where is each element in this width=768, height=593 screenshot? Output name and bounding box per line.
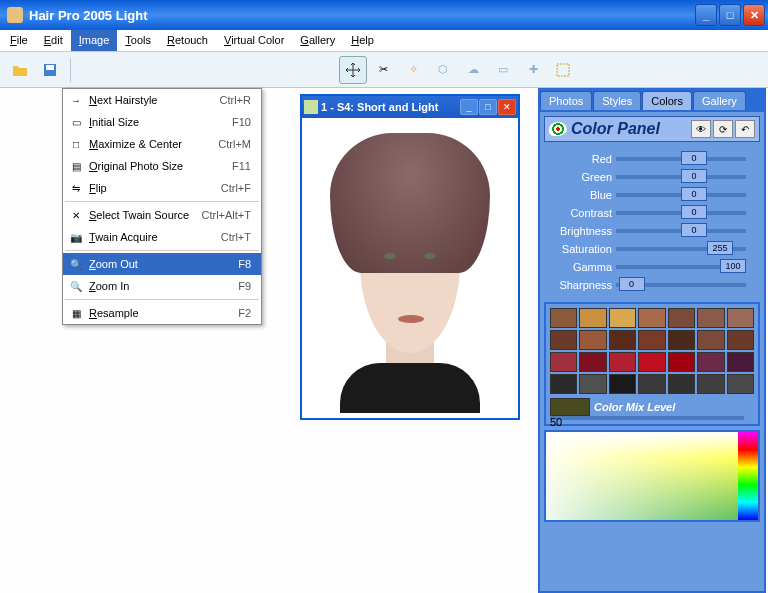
menu-tools[interactable]: Tools [117,30,159,51]
color-swatch-13[interactable] [727,330,754,350]
slider-track-blue[interactable]: 0 [616,193,746,197]
color-swatch-3[interactable] [638,308,665,328]
menu-item-shortcut: Ctrl+R [220,94,257,106]
color-swatch-4[interactable] [668,308,695,328]
slider-thumb[interactable]: 0 [619,277,645,291]
wand-tool[interactable]: ✧ [399,56,427,84]
lasso-tool[interactable]: ⬡ [429,56,457,84]
slider-thumb[interactable]: 0 [681,205,707,219]
slider-thumb[interactable]: 100 [720,259,746,273]
color-swatch-12[interactable] [697,330,724,350]
mix-level-slider[interactable]: 50 [550,416,744,420]
rect-select-tool[interactable]: ▭ [489,56,517,84]
move-tool[interactable] [339,56,367,84]
refresh-button[interactable]: ⟳ [713,120,733,138]
color-swatch-15[interactable] [579,352,606,372]
photo-window-titlebar[interactable]: 1 - S4: Short and Light _ □ ✕ [302,96,518,118]
color-swatch-22[interactable] [579,374,606,394]
color-swatch-8[interactable] [579,330,606,350]
cut-tool[interactable]: ✂ [369,56,397,84]
window-titlebar: Hair Pro 2005 Light _ □ ✕ [0,0,768,30]
color-swatch-26[interactable] [697,374,724,394]
color-swatch-24[interactable] [638,374,665,394]
slider-track-saturation[interactable]: 255 [616,247,746,251]
slider-thumb[interactable]: 255 [707,241,733,255]
menu-item-next-hairstyle[interactable]: →Next HairstyleCtrl+R [63,89,261,111]
menu-item-twain-acquire[interactable]: 📷Twain AcquireCtrl+T [63,226,261,248]
open-button[interactable] [6,56,34,84]
color-swatch-2[interactable] [609,308,636,328]
menu-item-resample[interactable]: ▦ResampleF2 [63,302,261,324]
photo-close-button[interactable]: ✕ [498,99,516,115]
mix-level-thumb[interactable]: 50 [550,416,744,428]
color-swatch-21[interactable] [550,374,577,394]
crop-tool[interactable]: ✚ [519,56,547,84]
undo-button[interactable]: ↶ [735,120,755,138]
tab-styles[interactable]: Styles [593,91,641,110]
menu-image[interactable]: Image [71,30,118,51]
color-swatch-18[interactable] [668,352,695,372]
color-swatch-0[interactable] [550,308,577,328]
color-swatch-10[interactable] [638,330,665,350]
menu-item-flip[interactable]: ⇋FlipCtrl+F [63,177,261,199]
menu-retouch[interactable]: Retouch [159,30,216,51]
gradient-picker[interactable] [544,430,760,522]
color-swatch-9[interactable] [609,330,636,350]
slider-thumb[interactable]: 0 [681,187,707,201]
color-swatch-23[interactable] [609,374,636,394]
menu-item-select-twain-source[interactable]: ✕Select Twain SourceCtrl+Alt+T [63,204,261,226]
photo-minimize-button[interactable]: _ [460,99,478,115]
tab-colors[interactable]: Colors [642,91,692,110]
menu-gallery[interactable]: Gallery [292,30,343,51]
photo-window[interactable]: 1 - S4: Short and Light _ □ ✕ [300,94,520,420]
gradient-saturation-box[interactable] [546,432,738,520]
menu-item-zoom-in[interactable]: 🔍Zoom InF9 [63,275,261,297]
swatch-grid [550,308,754,394]
menu-item-zoom-out[interactable]: 🔍Zoom OutF8 [63,253,261,275]
color-swatch-6[interactable] [727,308,754,328]
color-swatch-25[interactable] [668,374,695,394]
menu-file[interactable]: File [2,30,36,51]
menu-item-maximize-center[interactable]: □Maximize & CenterCtrl+M [63,133,261,155]
palette-icon [549,122,567,136]
slider-track-gamma[interactable]: 100 [616,265,746,269]
color-swatch-1[interactable] [579,308,606,328]
selected-color-preview[interactable] [550,398,590,416]
slider-thumb[interactable]: 0 [681,223,707,237]
tab-photos[interactable]: Photos [540,91,592,110]
menu-virtual-color[interactable]: Virtual Color [216,30,292,51]
slider-track-green[interactable]: 0 [616,175,746,179]
tab-gallery[interactable]: Gallery [693,91,746,110]
color-swatch-27[interactable] [727,374,754,394]
photo-maximize-button[interactable]: □ [479,99,497,115]
menu-item-initial-size[interactable]: ▭Initial SizeF10 [63,111,261,133]
photo-canvas[interactable] [302,118,518,418]
color-swatch-14[interactable] [550,352,577,372]
gradient-hue-strip[interactable] [738,432,758,520]
menu-edit[interactable]: Edit [36,30,71,51]
menu-item-icon: ▭ [67,114,85,130]
color-swatch-11[interactable] [668,330,695,350]
slider-track-brightness[interactable]: 0 [616,229,746,233]
color-swatch-7[interactable] [550,330,577,350]
color-swatch-19[interactable] [697,352,724,372]
cloud-tool[interactable]: ☁ [459,56,487,84]
color-swatch-16[interactable] [609,352,636,372]
slider-track-contrast[interactable]: 0 [616,211,746,215]
slider-track-sharpness[interactable]: 0 [616,283,746,287]
menu-help[interactable]: Help [343,30,382,51]
color-swatch-17[interactable] [638,352,665,372]
marquee-tool[interactable] [549,56,577,84]
maximize-button[interactable]: □ [719,4,741,26]
menu-item-original-photo-size[interactable]: ▤Original Photo SizeF11 [63,155,261,177]
slider-row-brightness: Brightness0 [546,222,758,239]
color-swatch-20[interactable] [727,352,754,372]
close-button[interactable]: ✕ [743,4,765,26]
minimize-button[interactable]: _ [695,4,717,26]
color-swatch-5[interactable] [697,308,724,328]
slider-track-red[interactable]: 0 [616,157,746,161]
slider-thumb[interactable]: 0 [681,169,707,183]
eyedropper-button[interactable]: 👁 [691,120,711,138]
save-button[interactable] [36,56,64,84]
slider-thumb[interactable]: 0 [681,151,707,165]
